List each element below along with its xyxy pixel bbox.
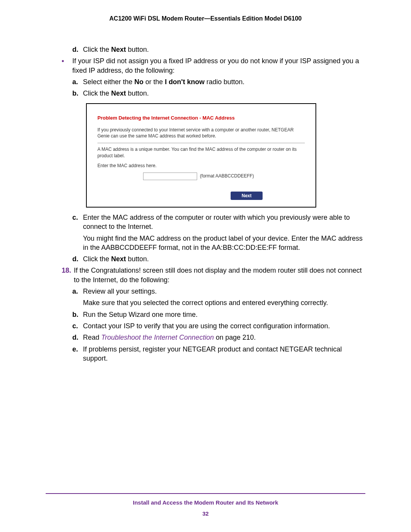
cross-reference-link[interactable]: Troubleshoot the Internet Connection (101, 334, 214, 341)
step-text: Click the Next button. (83, 45, 149, 54)
next-button[interactable]: Next (231, 192, 263, 200)
step-text: If problems persist, register your NETGE… (83, 345, 365, 363)
screenshot-para1: If you previously connected to your Inte… (97, 127, 305, 139)
step-d2: d. Click the Next button. (72, 254, 365, 264)
step-d3: d. Read Troubleshoot the Internet Connec… (72, 333, 365, 342)
step-d-top: d. Click the Next button. (72, 45, 365, 54)
step-label: a. (72, 287, 83, 296)
step-e: e. If problems persist, register your NE… (72, 345, 365, 363)
step-label: c. (72, 321, 83, 331)
step-label: d. (72, 254, 83, 264)
step-label: a. (72, 77, 83, 86)
step-18: 18. If the Congratulations! screen still… (46, 266, 365, 284)
step-number: 18. (62, 266, 74, 284)
page-header: AC1200 WiFi DSL Modem Router—Essentials … (46, 15, 365, 22)
embedded-screenshot: Problem Detecting the Internet Connectio… (86, 103, 316, 207)
step-text: Run the Setup Wizard one more time. (83, 310, 198, 319)
mac-address-input[interactable] (143, 173, 197, 180)
step-text: Click the Next button. (83, 89, 149, 98)
bullet-item: • If your ISP did not assign you a fixed… (46, 56, 365, 75)
step-label: b. (72, 89, 83, 98)
step-label: c. (72, 213, 83, 232)
bullet-icon: • (62, 56, 72, 75)
step-text: Read Troubleshoot the Internet Connectio… (83, 333, 256, 342)
step-text: Contact your ISP to verify that you are … (83, 321, 330, 331)
step-a1: a. Select either the No or the I don't k… (72, 77, 365, 86)
step-label: d. (72, 45, 83, 54)
note-text: You might find the MAC address on the pr… (83, 234, 365, 252)
step-text: If the Congratulations! screen still doe… (74, 266, 365, 284)
step-c1-note: You might find the MAC address on the pr… (72, 234, 365, 252)
divider (97, 143, 305, 143)
bullet-text: If your ISP did not assign you a fixed I… (72, 56, 365, 75)
step-c1: c. Enter the MAC address of the computer… (72, 213, 365, 232)
document-page: AC1200 WiFi DSL Modem Router—Essentials … (0, 0, 411, 532)
step-text: Review all your settings. (83, 287, 157, 296)
screenshot-prompt: Enter the MAC address here. (97, 163, 305, 169)
step-a2-note: Make sure that you selected the correct … (72, 298, 365, 307)
step-label: b. (72, 310, 83, 319)
step-text: Enter the MAC address of the computer or… (83, 213, 365, 232)
step-b2: b. Run the Setup Wizard one more time. (72, 310, 365, 319)
screenshot-para2: A MAC address is a unique number. You ca… (97, 146, 305, 158)
step-c2: c. Contact your ISP to verify that you a… (72, 321, 365, 331)
step-text: Click the Next button. (83, 254, 149, 264)
step-b1: b. Click the Next button. (72, 89, 365, 98)
mac-input-row: (format AABBCCDDEEFF) (97, 173, 305, 180)
note-text: Make sure that you selected the correct … (83, 298, 328, 307)
step-label: d. (72, 333, 83, 342)
footer-divider (46, 493, 365, 494)
step-text: Select either the No or the I don't know… (83, 77, 244, 86)
body-content: d. Click the Next button. • If your ISP … (46, 45, 365, 363)
step-label: e. (72, 345, 83, 363)
footer-section-title: Install and Access the Modem Router and … (46, 499, 365, 506)
step-a2: a. Review all your settings. (72, 287, 365, 296)
screenshot-title: Problem Detecting the Internet Connectio… (97, 115, 305, 121)
page-footer: Install and Access the Modem Router and … (46, 493, 365, 517)
mac-format-hint: (format AABBCCDDEEFF) (200, 173, 254, 179)
page-number: 32 (46, 510, 365, 517)
